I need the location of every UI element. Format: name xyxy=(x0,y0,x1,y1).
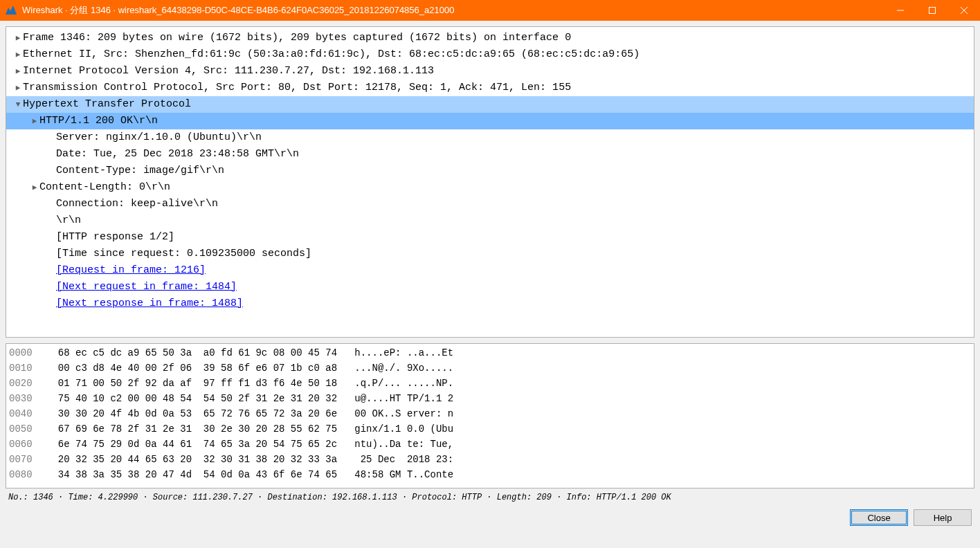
link-next-response-frame[interactable]: [Next response in frame: 1488] xyxy=(56,295,971,312)
chevron-right-icon[interactable]: ▶ xyxy=(13,30,23,46)
tree-label: \r\n xyxy=(56,212,971,229)
blank-icon: ▶ xyxy=(46,163,56,179)
blank-icon: ▶ xyxy=(46,246,56,262)
tree-row-next-response-frame[interactable]: ▶ [Next response in frame: 1488] xyxy=(6,295,974,312)
tree-label: Transmission Control Protocol, Src Port:… xyxy=(23,80,971,96)
hex-offset: 0060 xyxy=(9,437,46,452)
tree-row-next-request-frame[interactable]: ▶ [Next request in frame: 1484] xyxy=(6,279,974,295)
tree-label: Date: Tue, 25 Dec 2018 23:48:58 GMT\r\n xyxy=(56,146,971,163)
hex-offset: 0010 xyxy=(9,360,46,376)
tree-row-ip[interactable]: ▶ Internet Protocol Version 4, Src: 111.… xyxy=(6,63,974,80)
hex-bytes: 00 c3 d8 4e 40 00 2f 06 39 58 6f e6 07 1… xyxy=(46,363,354,374)
tree-row-response-number[interactable]: ▶ [HTTP response 1/2] xyxy=(6,229,974,246)
hex-row[interactable]: 0060 6e 74 75 29 0d 0a 44 61 74 65 3a 20… xyxy=(9,437,971,452)
close-window-button[interactable] xyxy=(948,0,980,21)
tree-label: HTTP/1.1 200 OK\r\n xyxy=(39,113,971,129)
hex-row[interactable]: 0030 75 40 10 c2 00 00 48 54 54 50 2f 31… xyxy=(9,391,971,406)
hex-offset: 0080 xyxy=(9,467,46,482)
hex-bytes: 6e 74 75 29 0d 0a 44 61 74 65 3a 20 54 7… xyxy=(46,439,354,450)
hex-bytes: 34 38 3a 35 38 20 47 4d 54 0d 0a 43 6f 6… xyxy=(46,469,354,480)
maximize-button[interactable] xyxy=(916,0,948,21)
window-controls xyxy=(884,0,980,21)
hex-offset: 0070 xyxy=(9,452,46,467)
hex-row[interactable]: 0050 67 69 6e 78 2f 31 2e 31 30 2e 30 20… xyxy=(9,421,971,437)
tree-row-request-frame[interactable]: ▶ [Request in frame: 1216] xyxy=(6,262,974,279)
tree-row-crlf[interactable]: ▶ \r\n xyxy=(6,212,974,229)
titlebar[interactable]: Wireshark · 分组 1346 · wireshark_64438298… xyxy=(0,0,980,21)
tree-row-ethernet[interactable]: ▶ Ethernet II, Src: Shenzhen_fd:61:9c (5… xyxy=(6,46,974,63)
button-row: Close Help xyxy=(6,504,974,526)
tree-row-content-length[interactable]: ▶ Content-Length: 0\r\n xyxy=(6,179,974,196)
hex-ascii: .q.P/... .....NP. xyxy=(354,378,453,389)
packet-details-pane[interactable]: ▶ Frame 1346: 209 bytes on wire (1672 bi… xyxy=(6,26,974,338)
hex-ascii: 00 OK..S erver: n xyxy=(354,408,453,419)
link-next-request-frame[interactable]: [Next request in frame: 1484] xyxy=(56,279,971,295)
tree-row-time-since-request[interactable]: ▶ [Time since request: 0.109235000 secon… xyxy=(6,246,974,262)
tree-row-http-status[interactable]: ▶ HTTP/1.1 200 OK\r\n xyxy=(6,113,974,129)
hex-offset: 0030 xyxy=(9,391,46,406)
hex-offset: 0020 xyxy=(9,376,46,391)
tree-label: Connection: keep-alive\r\n xyxy=(56,196,971,212)
hex-bytes: 20 32 35 20 44 65 63 20 32 30 31 38 20 3… xyxy=(46,454,354,465)
blank-icon: ▶ xyxy=(46,212,56,229)
tree-row-tcp[interactable]: ▶ Transmission Control Protocol, Src Por… xyxy=(6,80,974,96)
tree-label: Content-Length: 0\r\n xyxy=(39,179,971,196)
hex-ascii: u@....HT TP/1.1 2 xyxy=(354,393,453,404)
status-bar: No.: 1346 · Time: 4.229990 · Source: 111… xyxy=(6,488,974,504)
chevron-right-icon[interactable]: ▶ xyxy=(13,80,23,96)
chevron-right-icon[interactable]: ▶ xyxy=(13,46,23,63)
chevron-right-icon[interactable]: ▶ xyxy=(30,179,39,196)
hex-bytes: 75 40 10 c2 00 00 48 54 54 50 2f 31 2e 3… xyxy=(46,393,354,404)
app-icon xyxy=(6,5,17,16)
hex-row[interactable]: 0080 34 38 3a 35 38 20 47 4d 54 0d 0a 43… xyxy=(9,467,971,482)
link-request-frame[interactable]: [Request in frame: 1216] xyxy=(56,262,971,279)
blank-icon: ▶ xyxy=(46,196,56,212)
chevron-right-icon[interactable]: ▶ xyxy=(30,113,39,129)
hex-ascii: ...N@./. 9Xo..... xyxy=(354,363,453,374)
hex-bytes: 01 71 00 50 2f 92 da af 97 ff f1 d3 f6 4… xyxy=(46,378,354,389)
hex-row[interactable]: 0070 20 32 35 20 44 65 63 20 32 30 31 38… xyxy=(9,452,971,467)
tree-row-date[interactable]: ▶ Date: Tue, 25 Dec 2018 23:48:58 GMT\r\… xyxy=(6,146,974,163)
blank-icon: ▶ xyxy=(46,229,56,246)
close-button[interactable]: Close xyxy=(850,509,908,526)
window-title: Wireshark · 分组 1346 · wireshark_64438298… xyxy=(22,4,884,17)
hex-ascii: 48:58 GM T..Conte xyxy=(354,469,453,480)
svg-rect-1 xyxy=(929,8,936,14)
tree-label: [Time since request: 0.109235000 seconds… xyxy=(56,246,971,262)
blank-icon: ▶ xyxy=(46,295,56,312)
hex-offset: 0050 xyxy=(9,421,46,437)
blank-icon: ▶ xyxy=(46,262,56,279)
tree-row-http[interactable]: ▼ Hypertext Transfer Protocol xyxy=(6,96,974,113)
tree-label: Server: nginx/1.10.0 (Ubuntu)\r\n xyxy=(56,129,971,146)
hex-row[interactable]: 0010 00 c3 d8 4e 40 00 2f 06 39 58 6f e6… xyxy=(9,360,971,376)
tree-label: Ethernet II, Src: Shenzhen_fd:61:9c (50:… xyxy=(23,46,971,63)
tree-row-content-type[interactable]: ▶ Content-Type: image/gif\r\n xyxy=(6,163,974,179)
tree-label: Hypertext Transfer Protocol xyxy=(23,96,971,113)
hex-offset: 0040 xyxy=(9,406,46,421)
tree-label: Internet Protocol Version 4, Src: 111.23… xyxy=(23,63,971,80)
hex-row[interactable]: 0040 30 30 20 4f 4b 0d 0a 53 65 72 76 65… xyxy=(9,406,971,421)
tree-label: Frame 1346: 209 bytes on wire (1672 bits… xyxy=(23,30,971,46)
hex-ascii: h....eP: ..a...Et xyxy=(354,347,453,358)
chevron-down-icon[interactable]: ▼ xyxy=(13,96,23,113)
blank-icon: ▶ xyxy=(46,129,56,146)
hex-bytes: 67 69 6e 78 2f 31 2e 31 30 2e 30 20 28 5… xyxy=(46,423,354,435)
hex-offset: 0000 xyxy=(9,345,46,360)
tree-label: Content-Type: image/gif\r\n xyxy=(56,163,971,179)
help-button[interactable]: Help xyxy=(914,509,972,526)
tree-row-frame[interactable]: ▶ Frame 1346: 209 bytes on wire (1672 bi… xyxy=(6,30,974,46)
tree-row-connection[interactable]: ▶ Connection: keep-alive\r\n xyxy=(6,196,974,212)
tree-label: [HTTP response 1/2] xyxy=(56,229,971,246)
hex-bytes: 30 30 20 4f 4b 0d 0a 53 65 72 76 65 72 3… xyxy=(46,408,354,419)
tree-row-server[interactable]: ▶ Server: nginx/1.10.0 (Ubuntu)\r\n xyxy=(6,129,974,146)
hex-ascii: 25 Dec 2018 23: xyxy=(354,454,453,465)
blank-icon: ▶ xyxy=(46,146,56,163)
hex-dump-pane[interactable]: 0000 68 ec c5 dc a9 65 50 3a a0 fd 61 9c… xyxy=(6,343,974,488)
chevron-right-icon[interactable]: ▶ xyxy=(13,63,23,80)
minimize-button[interactable] xyxy=(884,0,916,21)
blank-icon: ▶ xyxy=(46,279,56,295)
hex-bytes: 68 ec c5 dc a9 65 50 3a a0 fd 61 9c 08 0… xyxy=(46,347,354,358)
hex-row[interactable]: 0020 01 71 00 50 2f 92 da af 97 ff f1 d3… xyxy=(9,376,971,391)
hex-row[interactable]: 0000 68 ec c5 dc a9 65 50 3a a0 fd 61 9c… xyxy=(9,345,971,360)
hex-ascii: ntu)..Da te: Tue, xyxy=(354,439,453,450)
